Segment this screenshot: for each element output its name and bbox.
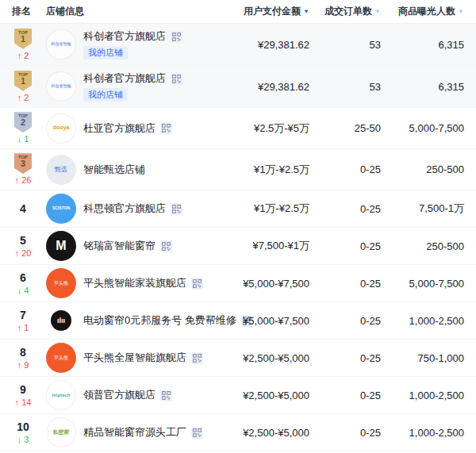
store-logo-slot: SCISTON xyxy=(46,194,76,224)
rank-cell: 7 ↑ 1 xyxy=(0,309,46,333)
qr-code-icon[interactable] xyxy=(160,240,172,252)
exposure-count-value: 750-1,000 xyxy=(381,352,464,364)
store-name: 智能甄选店铺 xyxy=(83,163,145,177)
order-count-value: 0-25 xyxy=(309,203,381,215)
store-text: 铭瑞富智能窗帘 xyxy=(83,239,172,253)
rank-cell: 10 ↓ 3 xyxy=(0,420,46,445)
rank-cell: TOP 1 ↑ 2 xyxy=(0,71,46,103)
store-logo-slot: 科创者智能 xyxy=(46,71,76,102)
payment-amount-value: ¥29,381.62 xyxy=(206,39,309,51)
rank-change-indicator: ↑ 14 xyxy=(15,397,32,408)
badge-rank-number: 3 xyxy=(21,159,25,169)
column-header-orders-label: 成交订单数 xyxy=(324,6,372,17)
payment-amount-value: ¥5,000-¥7,500 xyxy=(206,315,309,327)
store-logo: 甄选 xyxy=(46,155,76,185)
table-row[interactable]: 8 ↑ 9 平头熊 平头熊全屋智能旗舰店 xyxy=(0,340,476,377)
top-rank-badge: TOP 1 xyxy=(14,29,32,49)
order-count-value: 53 xyxy=(309,81,381,93)
exposure-count-value: 1,000-2,500 xyxy=(381,390,464,401)
column-header-payment-amount[interactable]: 用户支付金额▼ xyxy=(206,5,309,18)
column-header-exposure-count[interactable]: 商品曝光人数▼ xyxy=(381,5,464,18)
exposure-count-value: 250-500 xyxy=(381,240,464,252)
store-text: 平头熊全屋智能旗舰店 xyxy=(83,351,203,365)
store-name: 科创者官方旗舰店 xyxy=(83,29,166,44)
table-row[interactable]: 9 ↑ 14 linptech 领普官方旗舰店 xyxy=(0,377,476,414)
qr-code-icon[interactable] xyxy=(171,203,182,215)
qr-code-icon[interactable] xyxy=(191,352,203,364)
payment-amount-value: ¥5,000-¥7,500 xyxy=(206,278,309,290)
order-count-value: 0-25 xyxy=(309,278,381,290)
table-row[interactable]: 6 ↓ 4 平头熊 平头熊智能家装旗舰店 xyxy=(0,265,476,302)
qr-code-icon[interactable] xyxy=(171,73,182,85)
store-logo: 平头熊 xyxy=(46,268,76,298)
exposure-count-value: 250-500 xyxy=(381,163,464,175)
rank-change-indicator: ↓ 3 xyxy=(17,435,29,445)
store-logo-slot: 私密家 xyxy=(46,417,76,447)
store-ranking-table: 排名 店铺信息 用户支付金额▼ 成交订单数▼ 商品曝光人数▼ TOP 1 ↑ 2… xyxy=(0,0,476,451)
store-name: 平头熊全屋智能旗舰店 xyxy=(83,351,186,365)
table-row[interactable]: 7 ↑ 1 ılıı 电动窗帘0元邦服务号 免费帮维修 xyxy=(0,302,476,340)
store-logo: dooya xyxy=(46,113,76,144)
rank-number: 9 xyxy=(20,383,26,396)
store-logo-slot: dooya xyxy=(46,113,76,144)
table-header: 排名 店铺信息 用户支付金额▼ 成交订单数▼ 商品曝光人数▼ xyxy=(0,0,476,24)
exposure-count-value: 6,315 xyxy=(381,39,464,51)
store-text: 电动窗帘0元邦服务号 免费帮维修 xyxy=(83,313,206,328)
badge-rank-number: 1 xyxy=(21,35,25,44)
rank-number: 8 xyxy=(20,346,26,359)
qr-code-icon[interactable] xyxy=(191,278,203,290)
store-cell: 平头熊 平头熊全屋智能旗舰店 xyxy=(46,343,206,373)
table-row[interactable]: TOP 1 ↑ 2 科创者智能 科创者官方旗舰店 xyxy=(0,24,476,66)
order-count-value: 0-25 xyxy=(309,163,381,175)
table-row[interactable]: 10 ↓ 3 私密家 精品智能窗帘源头工厂 xyxy=(0,414,476,451)
store-logo-slot: ılıı xyxy=(46,305,76,336)
store-cell: dooya 杜亚官方旗舰店 xyxy=(46,113,206,144)
sort-inactive-icon[interactable]: ▼ xyxy=(374,8,381,15)
rank-cell: 8 ↑ 9 xyxy=(0,346,46,370)
store-text: 智能甄选店铺 xyxy=(83,163,145,177)
payment-amount-value: ¥1万-¥2.5万 xyxy=(206,163,309,177)
payment-amount-value: ¥2,500-¥5,000 xyxy=(206,390,309,401)
column-header-order-count[interactable]: 成交订单数▼ xyxy=(309,5,381,18)
order-count-value: 0-25 xyxy=(309,352,381,364)
order-count-value: 0-25 xyxy=(309,240,381,252)
rank-cell: 4 xyxy=(0,202,46,215)
rank-cell: 9 ↑ 14 xyxy=(0,383,46,408)
qr-code-icon[interactable] xyxy=(191,427,203,439)
sort-desc-active-icon[interactable]: ▼ xyxy=(303,8,309,15)
rank-number: 5 xyxy=(20,234,26,247)
rank-change-indicator: ↑ 2 xyxy=(17,93,29,103)
qr-code-icon[interactable] xyxy=(160,390,172,401)
payment-amount-value: ¥2,500-¥5,000 xyxy=(206,427,309,439)
store-name: 精品智能窗帘源头工厂 xyxy=(83,425,186,440)
sort-inactive-icon[interactable]: ▼ xyxy=(458,8,464,15)
store-cell: 甄选 智能甄选店铺 xyxy=(46,155,206,185)
rank-cell: TOP 2 ↓ 1 xyxy=(0,112,46,144)
store-text: 杜亚官方旗舰店 xyxy=(83,121,172,136)
table-row[interactable]: 4 SCISTON 科思顿官方旗舰店 xyxy=(0,190,476,228)
rank-change-indicator: ↑ 1 xyxy=(17,323,29,333)
payment-amount-value: ¥2,500-¥5,000 xyxy=(206,352,309,364)
table-row[interactable]: 5 ↑ 20 M 铭瑞富智能窗帘 xyxy=(0,228,476,265)
store-cell: 私密家 精品智能窗帘源头工厂 xyxy=(46,417,206,447)
rank-change-indicator: ↓ 4 xyxy=(17,286,29,296)
qr-code-icon[interactable] xyxy=(160,122,172,134)
exposure-count-value: 5,000-7,500 xyxy=(381,278,464,290)
store-cell: 科创者智能 科创者官方旗舰店 xyxy=(46,29,206,60)
rank-change-indicator: ↑ 26 xyxy=(15,175,32,186)
qr-code-icon[interactable] xyxy=(171,31,182,43)
payment-amount-value: ¥7,500-¥1万 xyxy=(206,239,309,253)
table-row[interactable]: TOP 1 ↑ 2 科创者智能 科创者官方旗舰店 xyxy=(0,66,476,108)
store-text: 科创者官方旗舰店 我的店铺 xyxy=(83,71,182,102)
exposure-count-value: 1,000-2,500 xyxy=(381,315,464,327)
store-logo: 科创者智能 xyxy=(46,71,76,102)
table-row[interactable]: TOP 3 ↑ 26 甄选 智能甄选店铺 ¥1万-¥2.5万 0-25 250-… xyxy=(0,149,476,190)
rank-cell: 6 ↓ 4 xyxy=(0,271,46,296)
store-logo: SCISTON xyxy=(46,194,76,224)
store-text: 科思顿官方旗舰店 xyxy=(83,202,182,216)
rank-change-indicator: ↓ 1 xyxy=(17,134,29,144)
store-cell: 科创者智能 科创者官方旗舰店 xyxy=(46,71,206,102)
store-logo: 平头熊 xyxy=(46,343,76,373)
table-row[interactable]: TOP 2 ↓ 1 dooya 杜亚官方旗舰店 xyxy=(0,108,476,149)
exposure-count-value: 1,000-2,500 xyxy=(381,427,464,439)
